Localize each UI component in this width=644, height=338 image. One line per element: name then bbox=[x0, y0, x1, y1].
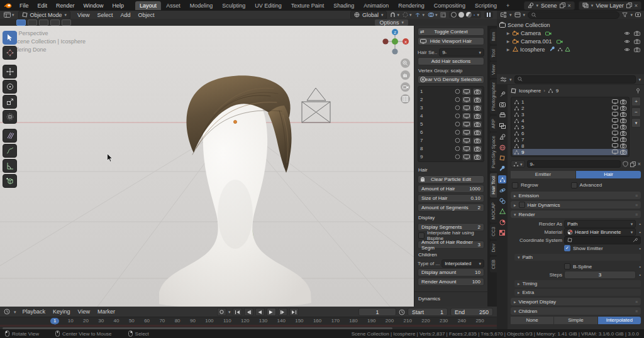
viewport-visibility-toggle[interactable] bbox=[612, 99, 618, 104]
section-select-radio[interactable] bbox=[455, 89, 460, 94]
frame-tick[interactable]: 70 bbox=[158, 318, 166, 324]
viewport-visibility-toggle[interactable] bbox=[462, 121, 471, 128]
topbar-menu-item[interactable]: Render bbox=[52, 1, 79, 10]
viewport-menu-item[interactable]: Object bbox=[135, 11, 157, 19]
frame-tick[interactable]: 170 bbox=[330, 318, 341, 324]
hair-section-row[interactable]: 1 bbox=[419, 87, 482, 95]
properties-search-input[interactable] bbox=[525, 77, 633, 82]
frame-tick[interactable]: 30 bbox=[97, 318, 105, 324]
viewport-visibility-toggle[interactable] bbox=[462, 97, 471, 103]
rotate-tool[interactable] bbox=[3, 80, 17, 94]
hair-section-row[interactable]: 4 bbox=[419, 112, 482, 120]
viewport-display-panel-header[interactable]: ▸ Viewport Display ≡ bbox=[511, 298, 641, 305]
particle-system-name-field[interactable]: 9- bbox=[527, 160, 621, 168]
particle-system-row[interactable]: 8 bbox=[513, 143, 628, 149]
tab-output[interactable] bbox=[498, 111, 506, 119]
close-icon[interactable]: × bbox=[568, 3, 571, 9]
render-panel-header[interactable]: ▾ Render ≡ bbox=[511, 210, 641, 218]
frame-tick[interactable]: 130 bbox=[258, 318, 269, 324]
hair-section-row[interactable]: 6 bbox=[419, 128, 482, 136]
frame-tick[interactable]: 60 bbox=[143, 318, 151, 324]
children-mode-option[interactable]: Simple bbox=[554, 317, 597, 324]
disclosure-icon[interactable]: ▶ bbox=[506, 31, 511, 35]
particle-system-row[interactable]: 3 bbox=[513, 111, 628, 117]
blender-logo-icon[interactable] bbox=[4, 3, 12, 9]
timeline-ruler[interactable]: 1102030405060708090100110120130140150160… bbox=[0, 317, 497, 327]
copy-icon[interactable] bbox=[560, 3, 565, 8]
outliner-row-scene-collection[interactable]: Scene Collection bbox=[499, 21, 641, 29]
animate-property-dot[interactable]: • bbox=[639, 264, 641, 270]
timing-subpanel-header[interactable]: ▸ Timing bbox=[514, 280, 641, 287]
render-visibility-toggle[interactable] bbox=[620, 143, 626, 148]
render-visibility-toggle[interactable] bbox=[620, 112, 626, 117]
render-pause-button[interactable] bbox=[484, 11, 493, 18]
sidebar-tab[interactable]: ARP bbox=[490, 116, 497, 131]
end-frame-field[interactable]: End 250 bbox=[450, 308, 493, 316]
render-visibility-toggle[interactable] bbox=[620, 131, 626, 136]
sidebar-tab[interactable]: Dev bbox=[490, 241, 497, 255]
topbar-menu-item[interactable]: Help bbox=[109, 1, 128, 10]
disclosure-icon[interactable]: ▶ bbox=[506, 39, 511, 43]
topbar-menu-item[interactable]: File bbox=[16, 1, 33, 10]
render-visibility-icon[interactable] bbox=[634, 39, 640, 44]
viewport-visibility-toggle[interactable] bbox=[462, 105, 471, 111]
tab-particles[interactable] bbox=[498, 175, 506, 183]
hair-comb-tool[interactable] bbox=[3, 129, 17, 143]
jump-to-start-button[interactable] bbox=[233, 308, 242, 316]
hair-section-row[interactable]: 5 bbox=[419, 120, 482, 128]
section-select-radio[interactable] bbox=[455, 138, 460, 143]
hair-section-dropdown[interactable]: 9- ▾ bbox=[439, 48, 484, 57]
editor-timeline-icon[interactable] bbox=[4, 308, 10, 315]
sidebar-tab[interactable]: Item bbox=[490, 29, 497, 45]
frame-tick[interactable]: 1 bbox=[50, 318, 59, 324]
tab-physics[interactable] bbox=[498, 186, 506, 194]
sidebar-tab[interactable]: View bbox=[490, 62, 497, 78]
pin-icon[interactable] bbox=[635, 88, 641, 94]
eye-icon[interactable] bbox=[624, 39, 630, 44]
viewport-visibility-toggle[interactable] bbox=[612, 118, 618, 123]
eye-icon[interactable] bbox=[624, 31, 630, 36]
scale-tool[interactable] bbox=[3, 95, 17, 109]
add-particle-system-button[interactable]: + bbox=[631, 97, 641, 106]
mode-dropdown[interactable]: Object Mode ▾ bbox=[18, 11, 71, 19]
render-visibility-toggle[interactable] bbox=[620, 118, 626, 123]
toggle-context-button[interactable]: ⇄ Toggle Context bbox=[418, 28, 484, 36]
eye-icon[interactable] bbox=[624, 47, 630, 52]
drag-handle-icon[interactable]: ≡ bbox=[635, 203, 638, 207]
children-mode-option[interactable]: Interpolated bbox=[598, 317, 641, 324]
select-extend-mode-button[interactable] bbox=[28, 19, 37, 26]
drag-handle-icon[interactable]: ≡ bbox=[635, 309, 638, 313]
tab-view-layer[interactable] bbox=[498, 122, 506, 130]
viewport-visibility-toggle[interactable] bbox=[462, 146, 471, 152]
section-select-radio[interactable] bbox=[455, 129, 460, 135]
close-icon[interactable]: × bbox=[635, 3, 638, 9]
frame-tick[interactable]: 240 bbox=[457, 318, 467, 324]
frame-tick[interactable]: 110 bbox=[222, 318, 233, 324]
timeline-menu-item[interactable]: Keying bbox=[50, 308, 73, 315]
editor-outliner-icon[interactable] bbox=[500, 12, 507, 18]
children-type-dropdown[interactable]: Interpolated ▾ bbox=[441, 259, 484, 268]
drag-handle-icon[interactable]: ≡ bbox=[635, 194, 638, 198]
viewport-visibility-toggle[interactable] bbox=[462, 113, 471, 119]
render-visibility-toggle[interactable] bbox=[473, 97, 482, 103]
number-slider[interactable]: Render Amount 100 bbox=[418, 278, 484, 286]
overlays-toggle-button[interactable]: ▾ bbox=[428, 12, 438, 18]
tab-object[interactable] bbox=[498, 154, 506, 162]
extra-subpanel-header[interactable]: ▸ Extra bbox=[514, 289, 641, 296]
frame-tick[interactable]: 210 bbox=[402, 318, 413, 324]
tab-material[interactable] bbox=[498, 218, 506, 226]
coordinate-object-field[interactable] bbox=[564, 236, 641, 244]
timeline-menu-item[interactable]: View bbox=[75, 308, 92, 315]
viewport-visibility-toggle[interactable] bbox=[462, 154, 471, 160]
hair-section-row[interactable]: 7 bbox=[419, 136, 482, 144]
particle-system-row[interactable]: 4 bbox=[513, 117, 628, 124]
render-as-dropdown[interactable]: Path ▾ bbox=[564, 220, 636, 228]
workspace-tab[interactable]: Animation bbox=[359, 1, 393, 10]
section-select-radio[interactable] bbox=[455, 105, 460, 111]
viewport-visibility-toggle[interactable] bbox=[612, 106, 618, 111]
viewport-visibility-toggle[interactable] bbox=[612, 112, 618, 117]
viewport-menu-item[interactable]: Add bbox=[117, 11, 133, 19]
camera-view-button[interactable] bbox=[401, 82, 410, 92]
tab-world[interactable] bbox=[498, 143, 506, 151]
outliner-search-input[interactable] bbox=[538, 12, 616, 18]
